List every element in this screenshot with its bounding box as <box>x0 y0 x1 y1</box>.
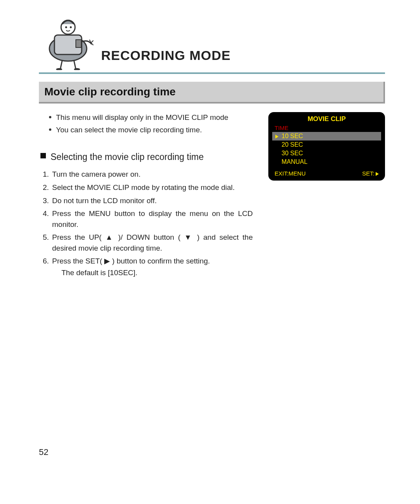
chapter-title: RECORDING MODE <box>101 48 231 70</box>
step-extra-line: The default is [10SEC]. <box>52 267 253 278</box>
instruction-steps: Turn the camera power on. Select the MOV… <box>39 169 253 278</box>
svg-line-6 <box>60 60 62 69</box>
svg-rect-2 <box>76 40 81 47</box>
mascot-illustration <box>39 12 97 70</box>
lcd-option: MANUAL <box>272 158 381 166</box>
svg-point-5 <box>70 26 72 28</box>
body-text-column: This menu will display only in the MOVIE… <box>39 112 253 280</box>
bullet-item: You can select the movie clip recording … <box>51 125 253 135</box>
lcd-option: 20 SEC <box>272 140 381 149</box>
step-item: Do not turn the LCD monitor off. <box>43 195 253 206</box>
chapter-header: RECORDING MODE <box>39 12 385 74</box>
lcd-screen-title: MOVIE CLIP <box>272 115 381 123</box>
lcd-option: 30 SEC <box>272 149 381 158</box>
lcd-menu-label: TIME <box>272 125 381 131</box>
step-text: Press the SET( ▶ ) button to confirm the… <box>52 257 210 265</box>
lcd-footer: EXIT:MENU SET: <box>272 170 381 177</box>
svg-point-9 <box>74 68 80 70</box>
triangle-right-icon <box>376 172 379 176</box>
bullet-item: This menu will display only in the MOVIE… <box>51 112 253 123</box>
step-item: Press the MENU button to display the men… <box>43 208 253 230</box>
section-title-bar: Movie clip recording time <box>39 82 385 104</box>
intro-bullets: This menu will display only in the MOVIE… <box>39 112 253 135</box>
lcd-option-selected: 10 SEC <box>272 132 381 140</box>
lcd-option-list: 10 SEC 20 SEC 30 SEC MANUAL <box>272 132 381 166</box>
page-number: 52 <box>39 447 48 457</box>
subsection-heading: Selecting the movie clip recording time <box>39 151 253 163</box>
step-item: Turn the camera power on. <box>43 169 253 180</box>
svg-line-7 <box>74 60 76 69</box>
lcd-footer-exit: EXIT:MENU <box>275 170 306 177</box>
step-item: Press the SET( ▶ ) button to confirm the… <box>43 256 253 278</box>
lcd-screenshot: MOVIE CLIP TIME 10 SEC 20 SEC 30 SEC MAN… <box>268 112 385 181</box>
step-item: Select the MOVIE CLIP mode by rotating t… <box>43 182 253 193</box>
svg-point-4 <box>65 26 67 28</box>
svg-point-8 <box>56 68 62 70</box>
lcd-footer-set: SET: <box>362 170 379 177</box>
step-item: Press the UP( ▲ )/ DOWN button ( ▼ ) and… <box>43 232 253 253</box>
